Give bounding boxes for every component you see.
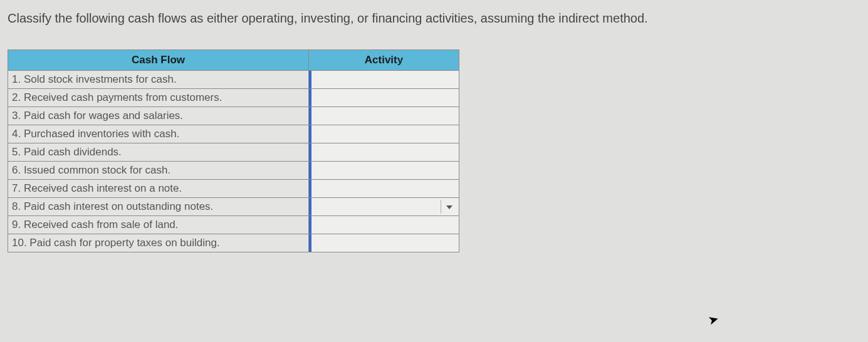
activity-dropdown[interactable] — [309, 143, 459, 161]
activity-dropdown[interactable] — [309, 216, 459, 234]
activity-dropdown[interactable] — [309, 107, 459, 125]
table-row: 8. Paid cash interest on outstanding not… — [8, 198, 459, 216]
cash-flow-desc: 8. Paid cash interest on outstanding not… — [8, 198, 309, 216]
cash-flow-desc: 4. Purchased inventories with cash. — [8, 125, 309, 143]
table-row: 5. Paid cash dividends. — [8, 143, 459, 162]
table-row: 6. Issued common stock for cash. — [8, 162, 459, 180]
cash-flow-desc: 10. Paid cash for property taxes on buil… — [8, 234, 309, 252]
header-cash-flow: Cash Flow — [8, 50, 309, 71]
activity-dropdown[interactable] — [309, 125, 459, 143]
cash-flow-desc: 6. Issued common stock for cash. — [8, 162, 309, 180]
cash-flow-desc: 1. Sold stock investments for cash. — [8, 71, 309, 89]
cash-flow-desc: 7. Received cash interest on a note. — [8, 180, 309, 198]
cursor-icon: ➤ — [706, 311, 721, 328]
table-row: 3. Paid cash for wages and salaries. — [8, 107, 459, 125]
activity-dropdown[interactable] — [309, 71, 459, 88]
dropdown-divider — [441, 200, 441, 214]
table-row: 4. Purchased inventories with cash. — [8, 125, 459, 143]
activity-dropdown[interactable] — [309, 162, 459, 179]
activity-dropdown[interactable] — [309, 89, 459, 106]
activity-dropdown[interactable] — [309, 198, 459, 215]
table-row: 10. Paid cash for property taxes on buil… — [8, 234, 459, 252]
table-row: 7. Received cash interest on a note. — [8, 180, 459, 198]
table-row: 1. Sold stock investments for cash. — [8, 71, 459, 89]
table-row: 9. Received cash from sale of land. — [8, 216, 459, 234]
activity-dropdown[interactable] — [309, 234, 459, 252]
header-activity: Activity — [309, 50, 459, 71]
question-text: Classify the following cash flows as eit… — [8, 11, 860, 26]
cash-flow-desc: 5. Paid cash dividends. — [8, 143, 309, 162]
cash-flow-desc: 9. Received cash from sale of land. — [8, 216, 309, 234]
activity-dropdown[interactable] — [309, 180, 459, 197]
cash-flow-desc: 3. Paid cash for wages and salaries. — [8, 107, 309, 125]
table-row: 2. Received cash payments from customers… — [8, 89, 459, 107]
cash-flow-desc: 2. Received cash payments from customers… — [8, 89, 309, 107]
classification-table: Cash Flow Activity 1. Sold stock investm… — [8, 49, 459, 252]
